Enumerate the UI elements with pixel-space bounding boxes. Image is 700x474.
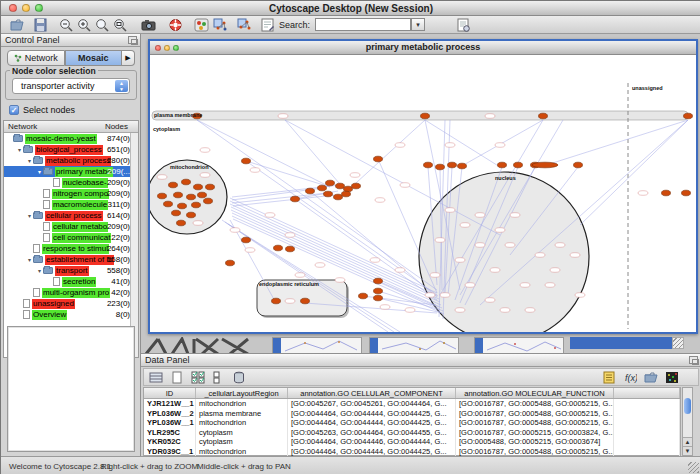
tree-row[interactable]: nucleobase-209(0)	[4, 177, 132, 188]
network-node[interactable]	[682, 190, 691, 196]
table-row[interactable]: YLR295Ccytoplasm[GO:0045263, GO:0044464,…	[144, 428, 680, 438]
network-node[interactable]	[187, 194, 196, 200]
network-node[interactable]	[425, 293, 435, 298]
network-node[interactable]	[395, 143, 405, 148]
network-node[interactable]	[520, 283, 530, 288]
tree-row[interactable]: macromolecule311(0)	[4, 199, 132, 210]
network-node[interactable]	[178, 203, 187, 209]
network-node[interactable]	[286, 246, 295, 252]
network-node[interactable]	[172, 210, 181, 216]
network-node[interactable]	[193, 221, 203, 226]
network-node[interactable]	[662, 190, 671, 196]
zoom-fit-icon[interactable]	[113, 18, 128, 32]
network-node[interactable]	[272, 298, 281, 304]
open-file-icon[interactable]	[10, 18, 25, 32]
zoom-window-button[interactable]	[35, 4, 43, 12]
network-node[interactable]	[158, 193, 167, 199]
birdseye-view-panel[interactable]	[7, 326, 135, 452]
search-config-icon[interactable]	[456, 18, 471, 32]
network-node[interactable]	[374, 295, 383, 301]
network-edge[interactable]	[540, 120, 688, 167]
network-node[interactable]	[458, 163, 467, 169]
network-node[interactable]	[200, 148, 210, 153]
select-attributes-grid-icon[interactable]	[191, 371, 205, 384]
network-node[interactable]	[370, 258, 380, 263]
network-node[interactable]	[285, 233, 295, 238]
network-node[interactable]	[445, 208, 455, 213]
network-node[interactable]	[177, 220, 186, 226]
search-input[interactable]	[315, 18, 411, 31]
network-node[interactable]	[475, 243, 485, 248]
tree-expand-arrow-icon[interactable]: ▾	[36, 267, 43, 274]
tree-row[interactable]: ▾metabolic process280(0)	[4, 155, 132, 166]
zoom-in-icon[interactable]	[77, 18, 92, 32]
minimized-network-window[interactable]	[474, 337, 564, 354]
tree-row[interactable]: ▾cellular process614(0)	[4, 210, 132, 221]
zoom-out-icon[interactable]	[59, 18, 74, 32]
network-node[interactable]	[495, 228, 505, 233]
import-attributes-icon[interactable]	[644, 371, 658, 384]
network-node[interactable]	[245, 248, 255, 253]
tree-expand-arrow-icon[interactable]: ▾	[26, 212, 33, 219]
network-edge[interactable]	[580, 120, 688, 225]
tree-row[interactable]: unassigned223(0)	[4, 298, 132, 309]
network-node[interactable]	[250, 168, 260, 173]
network-node[interactable]	[638, 191, 648, 196]
network-node[interactable]	[455, 258, 465, 263]
zoom-selected-icon[interactable]	[95, 18, 110, 32]
network-node[interactable]	[375, 198, 385, 203]
network-node[interactable]	[436, 164, 445, 170]
network-node[interactable]	[445, 143, 455, 148]
scroll-up-button[interactable]: ▲	[683, 437, 692, 446]
select-nodes-checkbox[interactable]: ✓	[9, 105, 19, 115]
column-header[interactable]: annotation.GO MOLECULAR_FUNCTION	[456, 388, 614, 398]
window-zoom-button[interactable]	[173, 45, 179, 51]
network-node[interactable]	[242, 237, 251, 243]
network-node[interactable]	[448, 162, 457, 168]
network-node[interactable]	[684, 113, 693, 119]
column-header[interactable]: annotation.GO CELLULAR_COMPONENT	[288, 388, 456, 398]
network-node[interactable]	[242, 158, 251, 164]
help-lifesaver-icon[interactable]	[168, 18, 183, 32]
attribute-form-icon[interactable]	[260, 18, 275, 32]
network-node[interactable]	[182, 179, 191, 185]
network-node[interactable]	[550, 268, 560, 273]
network-node[interactable]	[326, 180, 335, 186]
tree-expand-arrow-icon[interactable]: ▾	[26, 157, 33, 164]
close-button[interactable]	[9, 4, 17, 12]
network-edge[interactable]	[425, 120, 500, 167]
network-node[interactable]	[510, 213, 520, 218]
network-node[interactable]	[192, 202, 201, 208]
network-node[interactable]	[204, 198, 213, 204]
scrollbar-thumb[interactable]	[684, 398, 691, 414]
network-window-titlebar[interactable]: primary metabolic process	[150, 41, 696, 55]
network-node[interactable]	[505, 243, 515, 248]
network-node[interactable]	[460, 223, 470, 228]
overview-network-thumbnail[interactable]	[144, 337, 254, 354]
network-node[interactable]	[485, 114, 495, 119]
network-node[interactable]	[324, 191, 333, 197]
network-node[interactable]	[198, 192, 207, 198]
app-resize-grip[interactable]	[688, 462, 699, 473]
window-resize-grip[interactable]	[672, 337, 684, 349]
tree-row[interactable]: secretion41(0)	[4, 276, 132, 287]
network-merge-icon[interactable]	[237, 18, 252, 32]
tree-expand-arrow-icon[interactable]: ▾	[16, 146, 23, 153]
vizmapper-icon[interactable]	[194, 18, 209, 32]
network-node[interactable]	[295, 273, 305, 278]
network-node[interactable]	[421, 113, 430, 119]
float-panel-icon[interactable]	[128, 36, 137, 44]
formula-icon[interactable]: f(x)	[623, 371, 637, 384]
node-color-dropdown[interactable]: transporter activity ▲▼	[12, 78, 130, 94]
network-node[interactable]	[352, 183, 361, 189]
network-node[interactable]	[374, 278, 383, 284]
network-node[interactable]	[539, 113, 548, 119]
network-node[interactable]	[342, 191, 351, 197]
network-node[interactable]	[157, 175, 167, 180]
network-node[interactable]	[545, 283, 555, 288]
network-node[interactable]	[430, 273, 440, 278]
network-node[interactable]	[465, 283, 475, 288]
attribute-table-header[interactable]: ID_cellularLayoutRegionannotation.GO CEL…	[144, 388, 680, 399]
tree-row[interactable]: Overview8(0)	[4, 309, 132, 320]
network-node[interactable]	[278, 114, 288, 119]
